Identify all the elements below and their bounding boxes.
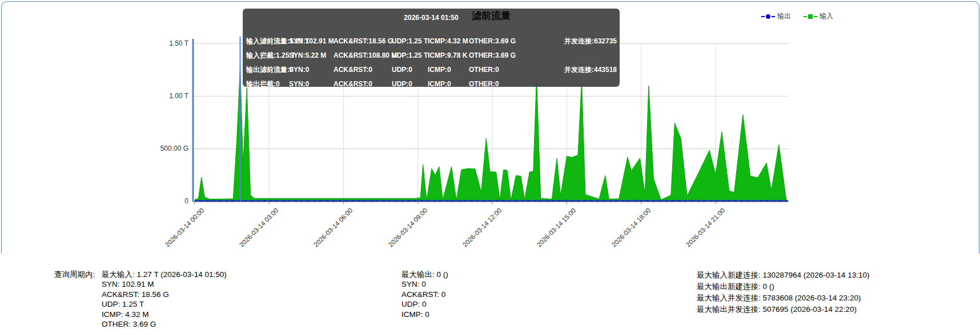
tooltip-cell: OTHER:0 <box>469 66 564 74</box>
tooltip-cell: OTHER:3.69 G <box>469 37 564 45</box>
input-square-marker-icon <box>804 14 817 19</box>
chart-title: 滤前流量 <box>434 9 548 22</box>
chart-tooltip: 2026-03-14 01:50 输入滤前流量:1.27 T SYN:102.9… <box>243 9 620 87</box>
tooltip-row-output-blocked: 输出拦截:0 SYN:0 ACK&RST:0 UDP:0 ICMP:0 OTHE… <box>246 78 661 90</box>
tooltip-cell: ACK&RST:18.56 G <box>334 37 392 45</box>
tooltip-cell: SYN:102.91 M <box>289 37 334 45</box>
tooltip-cell: OTHER:0 <box>469 80 564 88</box>
tooltip-cell: ACK&RST:108.80 M <box>334 51 392 59</box>
y-axis-label: 500.00 G <box>131 145 188 153</box>
tooltip-cell: 输入滤前流量:1.27 T <box>246 37 289 46</box>
summary-line: ICMP: 0 <box>401 310 448 319</box>
summary-line: OTHER: 3.69 G <box>102 319 227 329</box>
tooltip-cell: 并发连接:632735 <box>564 37 661 46</box>
legend-label: 输入 <box>820 11 833 21</box>
legend-item-output[interactable]: 输出 <box>761 11 791 21</box>
summary-line: 最大输出: 0 () <box>401 270 448 279</box>
tooltip-cell: 输入拦截:1.25 T <box>246 51 289 61</box>
summary-line: 最大输入新建连接: 130287964 (2026-03-14 13:10) <box>697 270 869 281</box>
tooltip-cell: ICMP:0 <box>428 80 469 88</box>
summary-line: 最大输入: 1.27 T (2026-03-14 01:50) <box>102 270 227 279</box>
summary-line: ACK&RST: 0 <box>401 290 448 299</box>
summary-connections-column: 最大输入新建连接: 130287964 (2026-03-14 13:10) 最… <box>697 270 869 315</box>
tooltip-row-output-prefilter: 输出滤前流量:0 SYN:0 ACK&RST:0 UDP:0 ICMP:0 OT… <box>246 64 661 75</box>
summary-period-label: 查询周期内: <box>54 270 95 280</box>
tooltip-cell: SYN:0 <box>289 66 334 74</box>
output-line-marker-icon <box>761 14 775 19</box>
tooltip-cell: 并发连接:443518 <box>564 65 661 75</box>
tooltip-row-input-prefilter: 输入滤前流量:1.27 T SYN:102.91 M ACK&RST:18.56… <box>246 35 661 47</box>
chart-legend: 输出 输入 <box>761 11 833 21</box>
tooltip-cell: UDP:0 <box>392 66 428 74</box>
tooltip-cell: UDP:0 <box>392 80 428 88</box>
summary-line: 最大输出新建连接: 0 () <box>697 281 869 292</box>
summary-line: UDP: 0 <box>401 299 448 309</box>
tooltip-cell: ICMP:4.32 M <box>428 37 469 45</box>
summary-line: 最大输出并发连接: 507695 (2026-03-14 22:20) <box>697 304 869 315</box>
tooltip-cell: ICMP:0 <box>428 66 469 74</box>
summary-line: SYN: 102.91 M <box>102 279 227 289</box>
legend-item-input[interactable]: 输入 <box>804 11 833 21</box>
tooltip-cell: SYN:5.22 M <box>289 51 334 59</box>
tooltip-cell: OTHER:3.69 G <box>469 51 564 59</box>
tooltip-cell: UDP:1.25 T <box>392 51 428 59</box>
tooltip-cell: 输出拦截:0 <box>246 79 289 89</box>
summary-line: ACK&RST: 18.56 G <box>102 290 227 299</box>
summary-max-input-column: 最大输入: 1.27 T (2026-03-14 01:50) SYN: 102… <box>102 270 227 329</box>
y-axis-label: 1.50 T <box>131 39 188 47</box>
tooltip-cell: ACK&RST:0 <box>334 80 392 88</box>
y-axis-label: 1.00 T <box>131 92 188 100</box>
summary-line: SYN: 0 <box>401 279 448 289</box>
legend-label: 输出 <box>777 11 791 21</box>
traffic-report-page: 1.50 T 1.00 T 500.00 G 0 2026-03-14 00:0… <box>0 0 980 329</box>
summary-line: ICMP: 4.32 M <box>102 310 227 319</box>
summary-line: 最大输入并发连接: 5783608 (2026-03-14 23:20) <box>697 292 869 304</box>
tooltip-cell: UDP:1.25 T <box>392 37 428 45</box>
y-axis-label: 0 <box>131 197 188 205</box>
tooltip-cell: ACK&RST:0 <box>334 66 392 74</box>
summary-max-output-column: 最大输出: 0 () SYN: 0 ACK&RST: 0 UDP: 0 ICMP… <box>401 270 448 319</box>
query-period-summary: 查询周期内: 最大输入: 1.27 T (2026-03-14 01:50) S… <box>0 254 980 329</box>
tooltip-cell: SYN:0 <box>289 80 334 88</box>
tooltip-cell: ICMP:9.78 K <box>428 51 469 59</box>
tooltip-timestamp: 2026-03-14 01:50 <box>243 14 620 22</box>
summary-line: UDP: 1.25 T <box>102 299 227 309</box>
tooltip-row-input-blocked: 输入拦截:1.25 T SYN:5.22 M ACK&RST:108.80 M … <box>246 50 661 61</box>
tooltip-cell: 输出滤前流量:0 <box>246 65 289 75</box>
